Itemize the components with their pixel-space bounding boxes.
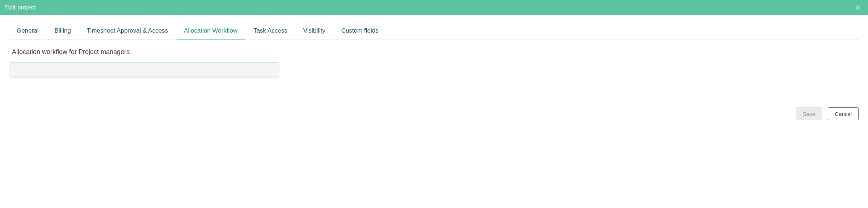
workflow-dropdown: Project managers can allocate all Projec…	[10, 62, 279, 78]
tab-allocation-workflow[interactable]: Allocation Workflow	[177, 27, 245, 39]
section-title: Allocation workflow for Project managers	[12, 48, 868, 56]
tab-task-access[interactable]: Task Access	[246, 27, 295, 39]
tabs-list: General Billing Timesheet Approval & Acc…	[9, 15, 859, 39]
close-icon[interactable]	[854, 4, 861, 11]
dialog-title: Edit project	[5, 4, 36, 11]
tab-visibility[interactable]: Visibility	[296, 27, 333, 39]
dialog-header: Edit project	[0, 0, 868, 15]
tab-timesheet-approval-access[interactable]: Timesheet Approval & Access	[80, 27, 175, 39]
tab-billing[interactable]: Billing	[47, 27, 78, 39]
tab-custom-fields[interactable]: Custom fields	[334, 27, 386, 39]
tab-general[interactable]: General	[9, 27, 46, 39]
workflow-dropdown-input[interactable]	[10, 62, 279, 78]
